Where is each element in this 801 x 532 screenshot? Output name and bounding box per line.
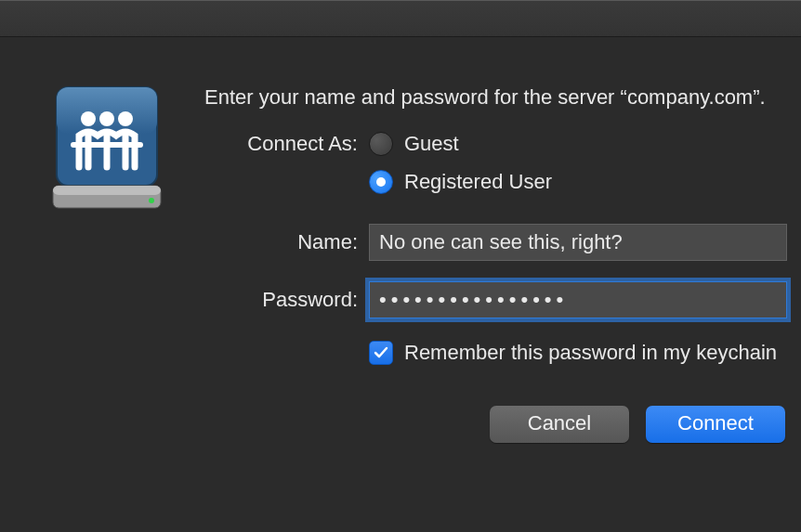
remember-keychain-checkbox[interactable] (369, 341, 393, 365)
name-input[interactable] (369, 224, 787, 261)
connect-button[interactable]: Connect (646, 406, 785, 443)
cancel-button[interactable]: Cancel (490, 406, 629, 443)
radio-registered-user[interactable] (369, 170, 393, 194)
dialog-heading: Enter your name and password for the ser… (204, 84, 787, 111)
svg-point-3 (99, 111, 114, 126)
radio-guest[interactable] (369, 132, 393, 156)
svg-rect-1 (57, 87, 157, 134)
password-label: Password: (204, 286, 369, 314)
network-drive-icon (51, 84, 163, 214)
radio-guest-label[interactable]: Guest (404, 130, 459, 158)
password-input[interactable] (369, 281, 787, 318)
connect-to-server-dialog: Enter your name and password for the ser… (0, 0, 801, 532)
name-label: Name: (204, 228, 369, 256)
svg-point-7 (149, 198, 154, 203)
svg-point-2 (81, 111, 96, 126)
remember-keychain-label[interactable]: Remember this password in my keychain (404, 339, 777, 367)
connect-as-label: Connect As: (204, 130, 369, 158)
svg-rect-6 (53, 186, 161, 195)
radio-registered-user-label[interactable]: Registered User (404, 168, 552, 196)
titlebar[interactable] (0, 1, 801, 37)
svg-point-4 (118, 111, 133, 126)
